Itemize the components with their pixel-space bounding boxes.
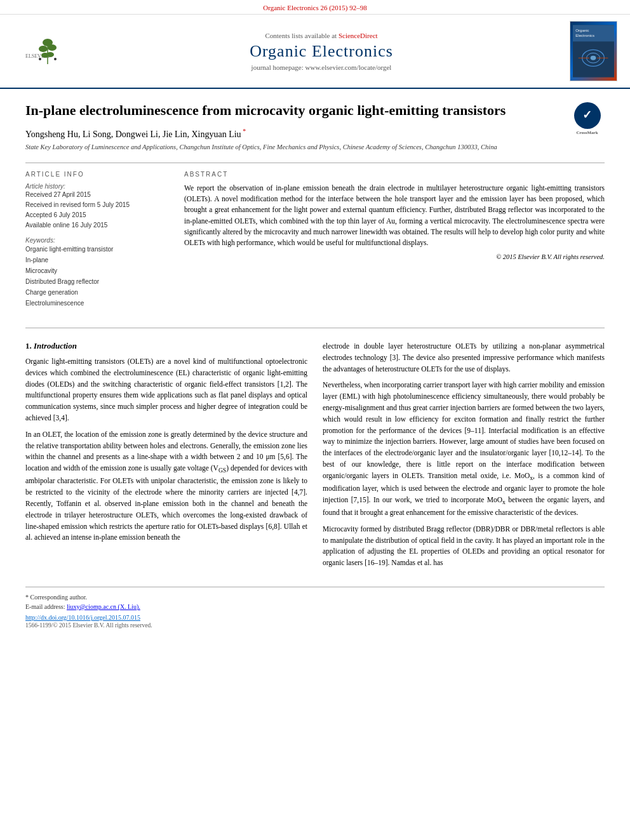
- crossmark-label: CrossMark: [576, 130, 598, 136]
- keyword-1: Organic light-emitting transistor: [25, 244, 165, 255]
- right-para-3: Microcavity formed by distributed Bragg …: [323, 524, 605, 569]
- article-history: Article history: Received 27 April 2015 …: [25, 183, 165, 230]
- sciencedirect-text: Contents lists available at ScienceDirec…: [89, 32, 554, 39]
- keyword-3: Microcavity: [25, 265, 165, 276]
- keyword-4: Distributed Bragg reflector: [25, 276, 165, 287]
- footnote-corresponding: * Corresponding author.: [25, 592, 605, 602]
- right-para-1: electrode in double layer heterostructur…: [323, 341, 605, 375]
- svg-point-16: [591, 56, 596, 60]
- info-abstract-section: ARTICLE INFO Article history: Received 2…: [25, 171, 605, 315]
- top-bar: Organic Electronics 26 (2015) 92–98: [0, 0, 630, 15]
- keywords-label: Keywords:: [25, 237, 165, 244]
- svg-point-5: [48, 44, 57, 51]
- journal-cover-image: Organic Electronics: [570, 21, 617, 81]
- authors-text: Yongsheng Hu, Li Song, Dongwei Li, Jie L…: [25, 129, 241, 138]
- svg-rect-0: [22, 34, 79, 69]
- issn-text: 1566-1199/© 2015 Elsevier B.V. All right…: [25, 622, 605, 629]
- corresponding-marker: *: [241, 128, 246, 135]
- abstract-body: We report the observation of in-plane em…: [184, 183, 605, 249]
- journal-reference: Organic Electronics 26 (2015) 92–98: [263, 4, 367, 11]
- svg-rect-11: [573, 25, 614, 41]
- affiliation-text: State Key Laboratory of Luminescence and…: [25, 143, 605, 152]
- history-label: Article history:: [25, 183, 165, 190]
- article-footer: * Corresponding author. E-mail address: …: [25, 587, 605, 629]
- article-container: In-plane electroluminescence from microc…: [0, 89, 630, 641]
- right-column: electrode in double layer heterostructur…: [323, 341, 605, 574]
- email-link[interactable]: liuxy@ciomp.ac.cn (X. Liu).: [67, 603, 140, 610]
- body-divider: [25, 328, 605, 328]
- svg-point-9: [54, 58, 57, 60]
- email-label: E-mail address:: [25, 603, 65, 610]
- section-number: 1.: [25, 341, 32, 350]
- keyword-2: In-plane: [25, 255, 165, 265]
- received-date: Received 27 April 2015 Received in revis…: [25, 190, 165, 230]
- journal-title: Organic Electronics: [89, 42, 554, 61]
- keyword-6: Electroluminescence: [25, 298, 165, 309]
- article-info-title: ARTICLE INFO: [25, 171, 165, 178]
- intro-para-2: In an OLET, the location of the emission…: [25, 429, 307, 543]
- elsevier-logo: ELSEVIER: [22, 34, 79, 69]
- article-title-text: In-plane electroluminescence from microc…: [25, 102, 506, 118]
- authors-line: Yongsheng Hu, Li Song, Dongwei Li, Jie L…: [25, 128, 605, 140]
- main-body: 1. Introduction Organic light-emitting t…: [25, 341, 605, 574]
- introduction-label: Introduction: [32, 341, 77, 350]
- header-center: Contents lists available at ScienceDirec…: [89, 32, 554, 71]
- doi-link[interactable]: http://dx.doi.org/10.1016/j.orgel.2015.0…: [25, 614, 605, 621]
- abstract-title: ABSTRACT: [184, 171, 605, 178]
- right-para-2: Nevertheless, when incorporating carrier…: [323, 380, 605, 518]
- article-title-section: In-plane electroluminescence from microc…: [25, 102, 605, 120]
- sciencedirect-link[interactable]: ScienceDirect: [338, 32, 378, 39]
- svg-point-7: [46, 52, 54, 57]
- journal-homepage: journal homepage: www.elsevier.com/locat…: [89, 63, 554, 71]
- crossmark-icon: ✓: [574, 102, 601, 129]
- svg-text:Organic: Organic: [575, 29, 589, 32]
- journal-header: ELSEVIER Contents lists available at Sci…: [0, 15, 630, 89]
- left-column: 1. Introduction Organic light-emitting t…: [25, 341, 307, 574]
- svg-point-4: [39, 46, 48, 52]
- keywords-list: Organic light-emitting transistor In-pla…: [25, 244, 165, 309]
- header-left: ELSEVIER: [13, 34, 89, 69]
- corresponding-label: * Corresponding author.: [25, 594, 87, 601]
- svg-text:Electronics: Electronics: [575, 34, 594, 37]
- intro-para-1: Organic light-emitting transistors (OLET…: [25, 356, 307, 424]
- footnote-email: E-mail address: liuxy@ciomp.ac.cn (X. Li…: [25, 602, 605, 611]
- introduction-heading: 1. Introduction: [25, 341, 307, 351]
- keywords-section: Keywords: Organic light-emitting transis…: [25, 237, 165, 309]
- abstract-copyright: © 2015 Elsevier B.V. All rights reserved…: [184, 253, 605, 260]
- article-info-panel: ARTICLE INFO Article history: Received 2…: [25, 171, 165, 315]
- crossmark-badge: ✓ CrossMark: [570, 102, 605, 137]
- keyword-5: Charge generation: [25, 287, 165, 298]
- info-abstract-divider: [25, 163, 605, 163]
- svg-point-8: [39, 58, 41, 60]
- abstract-panel: ABSTRACT We report the observation of in…: [184, 171, 605, 315]
- header-right: Organic Electronics: [554, 21, 617, 81]
